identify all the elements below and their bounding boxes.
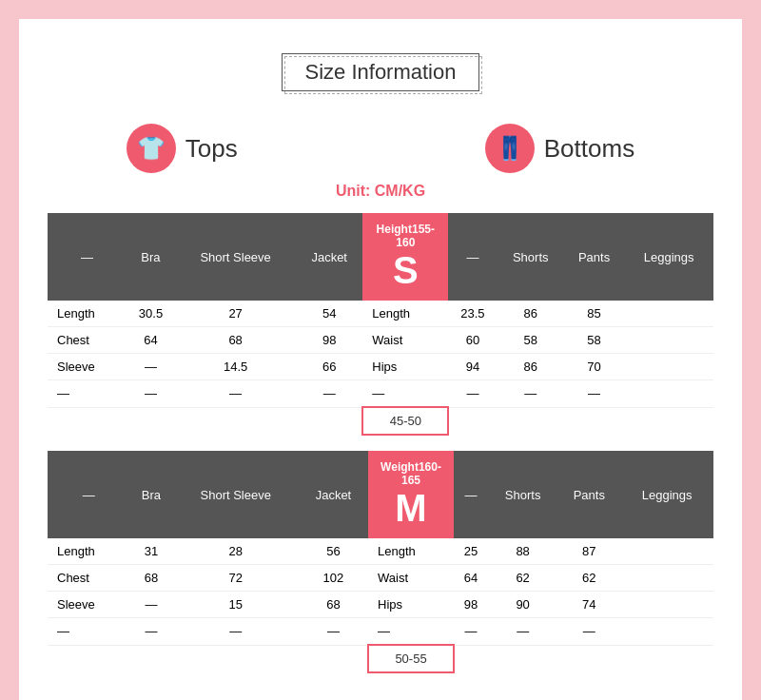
m-sleeve-sleeve: 15 <box>173 592 299 618</box>
s-size-table: — Bra Short Sleeve Jacket Height155-160 … <box>48 213 713 436</box>
tops-icon: 👕 <box>127 124 176 173</box>
s-height-range: 155-160 <box>396 223 435 249</box>
title-text: Size Information <box>305 60 457 84</box>
s-tops-weight-spacer <box>48 407 362 435</box>
m-leggings-length: 87 <box>557 538 620 565</box>
m-tops-extra-label: — <box>48 618 129 646</box>
m-row-length: Length 31 28 56 Length 25 88 87 <box>48 538 713 565</box>
s-leggings-hips: 70 <box>564 354 625 380</box>
m-tops-sleeve-label: Sleeve <box>48 592 129 618</box>
s-tops-col3: Jacket <box>296 213 362 301</box>
bottoms-label: Bottoms <box>544 134 634 164</box>
s-row-extra: — — — — — — — — <box>48 380 713 408</box>
s-pants-waist: 58 <box>498 327 564 354</box>
m-pants-waist: 62 <box>488 565 557 592</box>
s-bottoms-length-label: Length <box>362 301 448 327</box>
m-bra-extra: — <box>129 618 172 646</box>
s-tops-length-label: Length <box>48 301 127 327</box>
m-bottoms-waist-label: Waist <box>368 565 454 592</box>
m-leggings-extra: — <box>557 618 620 646</box>
m-shorts-length: 25 <box>454 538 488 565</box>
m-pants-extra: — <box>488 618 557 646</box>
tops-category: 👕 Tops <box>127 124 238 173</box>
s-bottoms-col3: Leggings <box>624 213 713 301</box>
m-bottoms-hips-label: Hips <box>368 592 454 618</box>
s-bra-extra: — <box>127 380 175 408</box>
m-bottoms-extra-label: — <box>368 618 454 646</box>
s-bra-sleeve: — <box>127 354 175 380</box>
unit-line: Unit: CM/KG <box>48 183 713 200</box>
m-leggings-hips: 74 <box>557 592 620 618</box>
s-jacket-extra: — <box>296 380 362 408</box>
s-tops-chest-label: Chest <box>48 327 127 354</box>
s-bottoms-extra-label: — <box>362 380 448 408</box>
m-tops-col0: — <box>48 451 129 538</box>
m-size-letter: M <box>395 487 426 529</box>
m-shorts-extra: — <box>454 618 488 646</box>
s-pants-length: 86 <box>498 301 564 327</box>
s-tops-col1: Bra <box>127 213 175 301</box>
s-leggings-waist: 58 <box>564 327 625 354</box>
m-bottoms-col0: — <box>454 451 488 538</box>
m-jacket-sleeve: 68 <box>299 592 368 618</box>
m-tops-length-label: Length <box>48 538 129 565</box>
s-tops-sleeve-label: Sleeve <box>48 354 127 380</box>
s-row-sleeve: Sleeve — 14.5 66 Hips 94 86 70 <box>48 354 713 380</box>
s-pants-extra: — <box>498 380 564 408</box>
m-bottoms-col2: Pants <box>557 451 620 538</box>
m-size-section: — Bra Short Sleeve Jacket Weight160-165 … <box>48 451 713 673</box>
m-tops-col3: Jacket <box>299 451 368 538</box>
s-size-highlight-cell: Height155-160 S <box>362 213 448 301</box>
s-tops-col0: — <box>48 213 127 301</box>
m-sleeve-chest: 72 <box>173 565 299 592</box>
m-bra-length: 31 <box>129 538 172 565</box>
s-jacket-length: 54 <box>296 301 362 327</box>
m-tops-chest-label: Chest <box>48 565 129 592</box>
s-shorts-waist: 60 <box>448 327 497 354</box>
unit-value: CM/KG <box>375 183 425 199</box>
m-pants-length: 88 <box>488 538 557 565</box>
s-bra-chest: 64 <box>127 327 175 354</box>
s-bra-length: 30.5 <box>127 301 175 327</box>
s-bottoms-col0: — <box>448 213 497 301</box>
s-bottoms-hips-label: Hips <box>362 354 448 380</box>
s-jacket-sleeve: 66 <box>296 354 362 380</box>
s-bottoms-col2: Pants <box>564 213 625 301</box>
bottoms-category: 👖 Bottoms <box>485 124 634 173</box>
bottoms-icon: 👖 <box>485 124 535 173</box>
m-jacket-chest: 102 <box>299 565 368 592</box>
size-information-title: Size Information <box>282 53 480 91</box>
m-size-highlight-cell: Weight160-165 M <box>368 451 454 538</box>
s-height-label: Height155-160 <box>370 223 440 249</box>
m-tops-col1: Bra <box>129 451 172 538</box>
m-tops-col2: Short Sleeve <box>173 451 299 538</box>
s-sleeve-sleeve: 14.5 <box>175 354 296 380</box>
s-shorts-length: 23.5 <box>448 301 497 327</box>
m-sleeve-length: 28 <box>173 538 299 565</box>
m-size-table: — Bra Short Sleeve Jacket Weight160-165 … <box>48 451 713 673</box>
s-pants-hips: 86 <box>498 354 564 380</box>
m-leggings-waist: 62 <box>557 565 620 592</box>
s-row-weight: 45-50 <box>48 407 713 435</box>
m-row-extra: — — — — — — — — <box>48 618 713 646</box>
m-shorts-hips: 98 <box>454 592 488 618</box>
m-bra-chest: 68 <box>129 565 172 592</box>
s-sleeve-extra: — <box>175 380 296 408</box>
s-tops-col2: Short Sleeve <box>175 213 296 301</box>
s-bottoms-weight-spacer <box>448 407 624 435</box>
s-leggings-extra: — <box>564 380 625 408</box>
m-bottoms-length-label: Length <box>368 538 454 565</box>
m-jacket-length: 56 <box>299 538 368 565</box>
m-height-range: 160-165 <box>401 460 441 487</box>
m-sleeve-extra: — <box>173 618 299 646</box>
m-bottoms-weight-spacer <box>454 645 620 672</box>
s-tops-extra-label: — <box>48 380 127 408</box>
m-row-chest: Chest 68 72 102 Waist 64 62 62 <box>48 565 713 592</box>
unit-label-text: Unit: <box>336 183 375 199</box>
s-shorts-hips: 94 <box>448 354 497 380</box>
m-shorts-waist: 64 <box>454 565 488 592</box>
s-size-section: — Bra Short Sleeve Jacket Height155-160 … <box>48 213 713 436</box>
m-bottoms-col1: Shorts <box>488 451 557 538</box>
s-jacket-chest: 98 <box>296 327 362 354</box>
m-weight-range: 50-55 <box>368 645 454 672</box>
